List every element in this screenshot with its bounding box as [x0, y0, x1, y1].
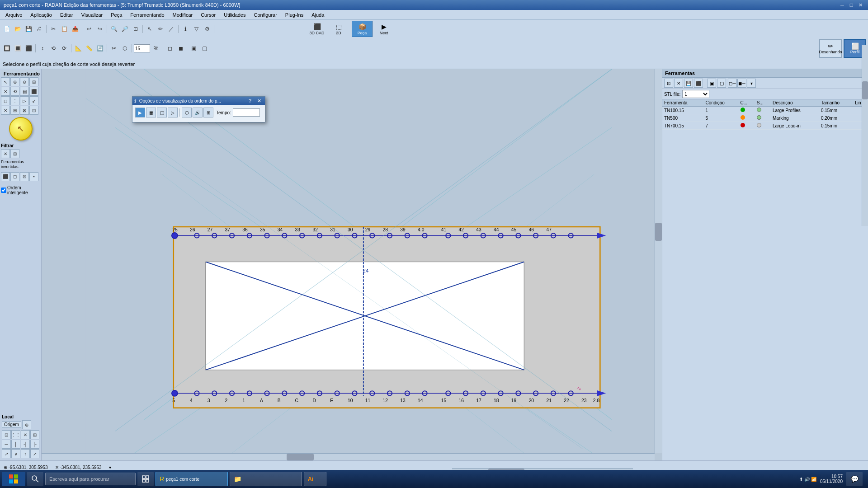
tb-zoom-out[interactable]: 🔎: [120, 24, 130, 34]
lt-5[interactable]: ✕: [1, 87, 10, 96]
dialog-btn-6[interactable]: 🔊: [193, 108, 203, 117]
btn-desenhando[interactable]: ✏ Desenhando: [819, 39, 842, 58]
menu-peca[interactable]: Peça: [107, 11, 126, 19]
loc-7[interactable]: ┤: [21, 440, 30, 449]
loc-1[interactable]: ⊡: [2, 430, 11, 439]
maximize-button[interactable]: □: [847, 1, 855, 9]
dialog-btn-5[interactable]: ⬡: [182, 108, 192, 117]
right-panel-scroll[interactable]: [862, 45, 868, 226]
lt-14[interactable]: ⊞: [10, 106, 19, 115]
tb-r2-14[interactable]: ◼: [176, 43, 186, 53]
lt-13[interactable]: ✕: [1, 106, 10, 115]
tb-filter[interactable]: ▽: [191, 24, 201, 34]
menu-configurar[interactable]: Configurar: [250, 11, 281, 19]
loc-6[interactable]: │: [11, 440, 20, 449]
tb-zoom-pct[interactable]: %: [151, 43, 161, 53]
rt-2[interactable]: ✕: [674, 79, 683, 88]
dialog-type-1[interactable]: ▦: [146, 108, 156, 117]
filter-1[interactable]: ✕: [1, 149, 10, 158]
loc-12[interactable]: ↗: [30, 449, 39, 458]
tb-r2-10[interactable]: ✂: [109, 43, 119, 53]
tb-redo[interactable]: ↪: [95, 24, 105, 34]
lt-e4[interactable]: ▪: [29, 172, 38, 181]
lt-6[interactable]: ⟲: [10, 87, 19, 96]
tb-r2-8[interactable]: 📏: [84, 43, 94, 53]
notifications-button[interactable]: 💬: [846, 472, 863, 486]
loc-8[interactable]: ├: [30, 440, 39, 449]
tb-r2-6[interactable]: ⟳: [59, 43, 69, 53]
rt-1[interactable]: ⊡: [664, 79, 673, 88]
lt-12[interactable]: ↙: [29, 96, 38, 105]
btn-next[interactable]: ▶ Next: [373, 21, 394, 37]
loc-3[interactable]: ✕: [21, 430, 30, 439]
lt-10[interactable]: ⋮: [10, 96, 19, 105]
task-view-button[interactable]: [137, 472, 154, 486]
tb-select[interactable]: ↖: [145, 24, 155, 34]
cursor-tool-active[interactable]: ↖: [9, 117, 33, 141]
canvas-area[interactable]: 25 26 27 37 36 35 34 33 32 31 30 29 28 3…: [42, 69, 662, 460]
canvas-scroll-horizontal[interactable]: [42, 453, 655, 460]
menu-editar[interactable]: Editar: [57, 11, 77, 19]
dialog-close-btn[interactable]: ✕: [255, 97, 263, 104]
tb-r2-3[interactable]: ⬛: [24, 43, 33, 53]
lt-e2[interactable]: ◻: [10, 172, 19, 181]
minimize-button[interactable]: ─: [838, 1, 846, 9]
menu-cursor[interactable]: Cursor: [197, 11, 219, 19]
lt-e3[interactable]: ⊡: [20, 172, 29, 181]
coords-dropdown[interactable]: ▾: [109, 465, 111, 470]
tb-line[interactable]: ／: [166, 24, 176, 34]
menu-ajuda[interactable]: Ajuda: [308, 11, 328, 19]
rt-7[interactable]: ◻─: [728, 79, 737, 88]
taskbar-app-ai[interactable]: Ai: [304, 472, 326, 486]
tb-new[interactable]: 📄: [2, 24, 12, 34]
lt-9[interactable]: ◻: [1, 96, 10, 105]
tb-fit[interactable]: ⊡: [131, 24, 141, 34]
canvas-scroll-vertical[interactable]: [655, 69, 662, 453]
start-button[interactable]: [2, 472, 25, 486]
tb-info[interactable]: ℹ: [180, 24, 190, 34]
tb-pencil[interactable]: ✏: [156, 24, 165, 34]
tb-settings[interactable]: ⚙: [202, 24, 212, 34]
tb-r2-5[interactable]: ⟲: [48, 43, 58, 53]
lt-16[interactable]: ⊡: [29, 106, 38, 115]
rt-9[interactable]: ▾: [747, 79, 756, 88]
menu-plugins[interactable]: Plug-Ins: [282, 11, 307, 19]
tb-r2-7[interactable]: 📐: [73, 43, 83, 53]
search-button[interactable]: [27, 472, 43, 486]
menu-arquivo[interactable]: Arquivo: [2, 11, 26, 19]
menu-utilidades[interactable]: Utilidades: [220, 11, 249, 19]
taskbar-app-explorer[interactable]: 📁: [230, 472, 302, 486]
tb-r2-9[interactable]: 🔄: [95, 43, 105, 53]
btn-2d[interactable]: ⬚ 2D: [328, 21, 349, 37]
tb-r2-11[interactable]: ⬡: [120, 43, 130, 53]
dialog-btn-7[interactable]: ⊞: [203, 108, 213, 117]
menu-ferramentando[interactable]: Ferramentando: [127, 11, 168, 19]
dialog-type-3[interactable]: ▷: [168, 108, 178, 117]
lt-11[interactable]: ▷: [20, 96, 29, 105]
tb-r2-1[interactable]: 🔲: [2, 43, 12, 53]
menu-aplicacao[interactable]: Aplicação: [27, 11, 56, 19]
tb-view-b[interactable]: ▢: [199, 43, 209, 53]
loc-11[interactable]: ↑: [21, 449, 30, 458]
tb-r2-4[interactable]: ↕: [38, 43, 47, 53]
stl-select[interactable]: 1 2 3: [682, 90, 709, 98]
loc-10[interactable]: ∧: [11, 449, 20, 458]
menu-visualizar[interactable]: Visualizar: [78, 11, 107, 19]
tb-copy[interactable]: 📋: [59, 24, 69, 34]
rt-5[interactable]: ▣: [707, 79, 716, 88]
lt-8[interactable]: ⬛: [29, 87, 38, 96]
rt-3[interactable]: 💾: [684, 79, 693, 88]
tb-paste[interactable]: 📥: [70, 24, 80, 34]
dialog-type-2[interactable]: ◫: [157, 108, 167, 117]
loc-2[interactable]: ⋮⋮: [11, 430, 20, 439]
tb-r2-2[interactable]: 🔳: [13, 43, 23, 53]
tb-view-a[interactable]: ▣: [189, 43, 198, 53]
table-row[interactable]: TN700.15 7 Large Lead-in 0.15mm: [662, 122, 868, 130]
lt-1[interactable]: ↖: [1, 77, 10, 86]
ordem-checkbox[interactable]: [1, 188, 6, 193]
filter-2[interactable]: ⊞: [10, 149, 19, 158]
loc-9[interactable]: ↗: [2, 449, 11, 458]
search-bar[interactable]: Escreva aqui para procurar: [45, 473, 136, 485]
rt-6[interactable]: ▢: [717, 79, 726, 88]
loc-5[interactable]: ─: [2, 440, 11, 449]
